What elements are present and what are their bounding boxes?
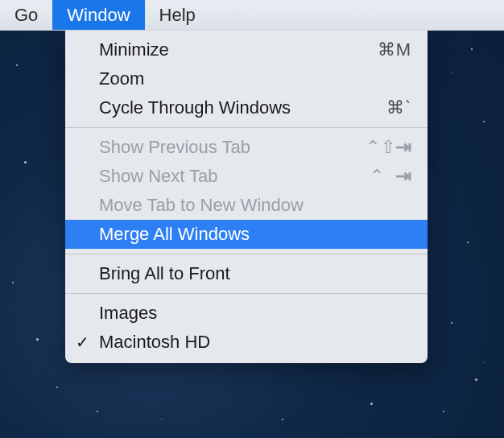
menubar-label-go: Go [14,5,38,26]
menu-label-minimize: Minimize [99,39,378,60]
menu-shortcut-cycle: ⌘` [386,97,411,118]
menu-item-zoom[interactable]: Zoom [65,64,428,93]
menu-item-show-next-tab: Show Next Tab ⌃ ⇥ [65,162,428,191]
menu-separator [65,254,428,254]
menu-item-minimize[interactable]: Minimize ⌘M [65,35,428,64]
menu-label-show-prev-tab: Show Previous Tab [99,137,366,158]
menu-shortcut-show-prev-tab: ⌃⇧⇥ [366,137,411,158]
checkmark-icon: ✓ [65,333,99,352]
window-menu-dropdown: Minimize ⌘M Zoom Cycle Through Windows ⌘… [65,31,428,363]
menu-item-window-macintosh-hd[interactable]: ✓ Macintosh HD [65,328,428,357]
menu-label-move-tab: Move Tab to New Window [99,195,411,216]
menu-item-window-images[interactable]: Images [65,299,428,328]
menubar-item-go[interactable]: Go [0,0,52,30]
menu-item-show-previous-tab: Show Previous Tab ⌃⇧⇥ [65,133,428,162]
menu-shortcut-show-next-tab: ⌃ ⇥ [370,166,411,187]
menu-separator [65,293,428,294]
menu-item-bring-all-to-front[interactable]: Bring All to Front [65,259,428,288]
menu-label-bring-front: Bring All to Front [99,263,411,284]
menu-label-zoom: Zoom [99,68,411,89]
menu-label-macintosh-hd: Macintosh HD [99,332,411,353]
menu-label-images: Images [99,303,411,324]
menu-item-merge-all-windows[interactable]: Merge All Windows [65,220,428,249]
menu-label-merge-all: Merge All Windows [99,224,411,245]
menubar-label-window: Window [67,5,130,26]
menubar: Go Window Help [0,0,504,31]
menu-item-cycle-windows[interactable]: Cycle Through Windows ⌘` [65,93,428,122]
menu-label-cycle: Cycle Through Windows [99,97,386,118]
menu-shortcut-minimize: ⌘M [378,39,411,60]
menu-separator [65,127,428,128]
menu-item-move-tab: Move Tab to New Window [65,191,428,220]
menubar-item-window[interactable]: Window [52,0,144,30]
menubar-item-help[interactable]: Help [145,0,210,30]
menubar-label-help: Help [159,5,196,26]
menu-label-show-next-tab: Show Next Tab [99,166,370,187]
